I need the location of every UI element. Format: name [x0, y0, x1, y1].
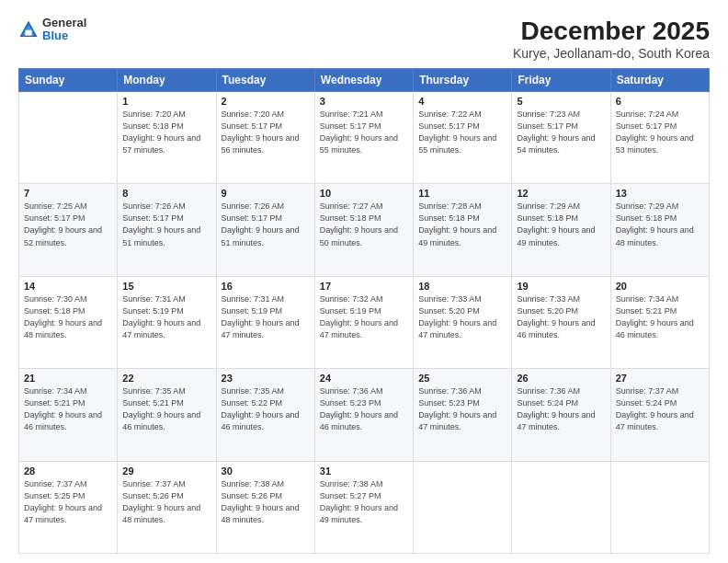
calendar-cell: 15Sunrise: 7:31 AMSunset: 5:19 PMDayligh… — [118, 276, 216, 368]
calendar-cell: 30Sunrise: 7:38 AMSunset: 5:26 PMDayligh… — [216, 461, 314, 553]
day-number: 10 — [320, 188, 408, 199]
calendar-cell: 3Sunrise: 7:21 AMSunset: 5:17 PMDaylight… — [314, 92, 413, 184]
day-info: Sunrise: 7:28 AMSunset: 5:18 PMDaylight:… — [418, 201, 506, 248]
calendar-cell: 26Sunrise: 7:36 AMSunset: 5:24 PMDayligh… — [512, 369, 610, 461]
day-number: 22 — [122, 373, 210, 384]
calendar-cell: 24Sunrise: 7:36 AMSunset: 5:23 PMDayligh… — [314, 369, 413, 461]
day-info: Sunrise: 7:30 AMSunset: 5:18 PMDaylight:… — [24, 293, 112, 341]
day-info: Sunrise: 7:29 AMSunset: 5:18 PMDaylight:… — [517, 201, 605, 248]
day-number: 17 — [320, 281, 408, 292]
calendar-day-header: Sunday — [19, 69, 118, 92]
calendar-cell: 4Sunrise: 7:22 AMSunset: 5:17 PMDaylight… — [414, 92, 512, 184]
logo-icon — [18, 19, 39, 40]
calendar-day-header: Thursday — [414, 69, 512, 92]
day-number: 11 — [418, 188, 506, 199]
calendar-cell: 17Sunrise: 7:32 AMSunset: 5:19 PMDayligh… — [314, 276, 413, 368]
calendar-cell: 20Sunrise: 7:34 AMSunset: 5:21 PMDayligh… — [610, 276, 709, 368]
calendar-day-header: Saturday — [610, 69, 709, 92]
day-number: 18 — [418, 281, 506, 292]
day-number: 24 — [320, 373, 408, 384]
calendar-cell: 1Sunrise: 7:20 AMSunset: 5:18 PMDaylight… — [118, 92, 216, 184]
calendar-cell: 6Sunrise: 7:24 AMSunset: 5:17 PMDaylight… — [610, 92, 709, 184]
calendar-day-header: Monday — [118, 69, 216, 92]
day-info: Sunrise: 7:20 AMSunset: 5:18 PMDaylight:… — [122, 109, 210, 156]
day-number: 23 — [222, 373, 310, 384]
day-number: 6 — [616, 96, 704, 107]
logo-general: General — [42, 17, 86, 29]
day-info: Sunrise: 7:36 AMSunset: 5:24 PMDaylight:… — [517, 385, 605, 433]
day-number: 5 — [517, 96, 605, 107]
day-number: 14 — [24, 281, 112, 292]
day-number: 9 — [222, 188, 310, 199]
calendar-cell: 29Sunrise: 7:37 AMSunset: 5:26 PMDayligh… — [118, 461, 216, 553]
day-number: 12 — [517, 188, 605, 199]
day-number: 30 — [222, 465, 310, 477]
day-number: 28 — [24, 465, 112, 477]
calendar-week-row: 28Sunrise: 7:37 AMSunset: 5:25 PMDayligh… — [19, 461, 710, 553]
calendar-cell: 12Sunrise: 7:29 AMSunset: 5:18 PMDayligh… — [512, 184, 610, 276]
day-info: Sunrise: 7:37 AMSunset: 5:25 PMDaylight:… — [24, 478, 112, 526]
calendar-cell: 22Sunrise: 7:35 AMSunset: 5:21 PMDayligh… — [118, 369, 216, 461]
day-info: Sunrise: 7:31 AMSunset: 5:19 PMDaylight:… — [222, 293, 310, 341]
calendar-week-row: 14Sunrise: 7:30 AMSunset: 5:18 PMDayligh… — [19, 276, 710, 368]
day-info: Sunrise: 7:34 AMSunset: 5:21 PMDaylight:… — [616, 293, 704, 341]
calendar-cell: 14Sunrise: 7:30 AMSunset: 5:18 PMDayligh… — [19, 276, 118, 368]
calendar-cell: 7Sunrise: 7:25 AMSunset: 5:17 PMDaylight… — [19, 184, 118, 276]
page-title: December 2025 — [513, 17, 710, 46]
logo: General Blue — [18, 17, 86, 43]
day-info: Sunrise: 7:37 AMSunset: 5:24 PMDaylight:… — [616, 385, 704, 433]
day-info: Sunrise: 7:26 AMSunset: 5:17 PMDaylight:… — [222, 201, 310, 248]
day-number: 2 — [222, 96, 310, 107]
calendar-cell: 18Sunrise: 7:33 AMSunset: 5:20 PMDayligh… — [414, 276, 512, 368]
day-info: Sunrise: 7:21 AMSunset: 5:17 PMDaylight:… — [320, 109, 408, 156]
title-block: December 2025 Kurye, Jeollanam-do, South… — [513, 17, 710, 61]
day-info: Sunrise: 7:27 AMSunset: 5:18 PMDaylight:… — [320, 201, 408, 248]
day-number: 29 — [122, 465, 210, 477]
day-number: 15 — [122, 281, 210, 292]
calendar-week-row: 7Sunrise: 7:25 AMSunset: 5:17 PMDaylight… — [19, 184, 710, 276]
day-number: 7 — [24, 188, 112, 199]
day-info: Sunrise: 7:22 AMSunset: 5:17 PMDaylight:… — [418, 109, 506, 156]
day-info: Sunrise: 7:23 AMSunset: 5:17 PMDaylight:… — [517, 109, 605, 156]
day-info: Sunrise: 7:36 AMSunset: 5:23 PMDaylight:… — [418, 385, 506, 433]
page-subtitle: Kurye, Jeollanam-do, South Korea — [513, 46, 710, 61]
day-number: 27 — [616, 373, 704, 384]
day-number: 21 — [24, 373, 112, 384]
day-info: Sunrise: 7:36 AMSunset: 5:23 PMDaylight:… — [320, 385, 408, 433]
day-info: Sunrise: 7:31 AMSunset: 5:19 PMDaylight:… — [122, 293, 210, 341]
day-number: 20 — [616, 281, 704, 292]
calendar-cell: 13Sunrise: 7:29 AMSunset: 5:18 PMDayligh… — [610, 184, 709, 276]
calendar-cell: 19Sunrise: 7:33 AMSunset: 5:20 PMDayligh… — [512, 276, 610, 368]
day-info: Sunrise: 7:20 AMSunset: 5:17 PMDaylight:… — [222, 109, 310, 156]
day-number: 31 — [320, 465, 408, 477]
calendar-cell: 16Sunrise: 7:31 AMSunset: 5:19 PMDayligh… — [216, 276, 314, 368]
header: General Blue December 2025 Kurye, Jeolla… — [18, 17, 710, 61]
calendar-week-row: 1Sunrise: 7:20 AMSunset: 5:18 PMDaylight… — [19, 92, 710, 184]
day-info: Sunrise: 7:33 AMSunset: 5:20 PMDaylight:… — [418, 293, 506, 341]
calendar-cell — [512, 461, 610, 553]
day-info: Sunrise: 7:24 AMSunset: 5:17 PMDaylight:… — [616, 109, 704, 156]
day-number: 8 — [122, 188, 210, 199]
calendar-day-header: Wednesday — [314, 69, 413, 92]
calendar-header-row: SundayMondayTuesdayWednesdayThursdayFrid… — [19, 69, 710, 92]
calendar-week-row: 21Sunrise: 7:34 AMSunset: 5:21 PMDayligh… — [19, 369, 710, 461]
day-info: Sunrise: 7:32 AMSunset: 5:19 PMDaylight:… — [320, 293, 408, 341]
day-info: Sunrise: 7:37 AMSunset: 5:26 PMDaylight:… — [122, 478, 210, 526]
calendar: SundayMondayTuesdayWednesdayThursdayFrid… — [18, 68, 710, 554]
day-number: 1 — [122, 96, 210, 107]
calendar-cell: 23Sunrise: 7:35 AMSunset: 5:22 PMDayligh… — [216, 369, 314, 461]
calendar-cell: 25Sunrise: 7:36 AMSunset: 5:23 PMDayligh… — [414, 369, 512, 461]
calendar-day-header: Friday — [512, 69, 610, 92]
logo-blue: Blue — [42, 29, 86, 42]
calendar-day-header: Tuesday — [216, 69, 314, 92]
calendar-cell: 9Sunrise: 7:26 AMSunset: 5:17 PMDaylight… — [216, 184, 314, 276]
day-number: 26 — [517, 373, 605, 384]
calendar-cell: 2Sunrise: 7:20 AMSunset: 5:17 PMDaylight… — [216, 92, 314, 184]
day-info: Sunrise: 7:26 AMSunset: 5:17 PMDaylight:… — [122, 201, 210, 248]
day-number: 4 — [418, 96, 506, 107]
day-info: Sunrise: 7:34 AMSunset: 5:21 PMDaylight:… — [24, 385, 112, 433]
day-info: Sunrise: 7:33 AMSunset: 5:20 PMDaylight:… — [517, 293, 605, 341]
calendar-cell: 21Sunrise: 7:34 AMSunset: 5:21 PMDayligh… — [19, 369, 118, 461]
day-info: Sunrise: 7:35 AMSunset: 5:21 PMDaylight:… — [122, 385, 210, 433]
calendar-cell: 5Sunrise: 7:23 AMSunset: 5:17 PMDaylight… — [512, 92, 610, 184]
